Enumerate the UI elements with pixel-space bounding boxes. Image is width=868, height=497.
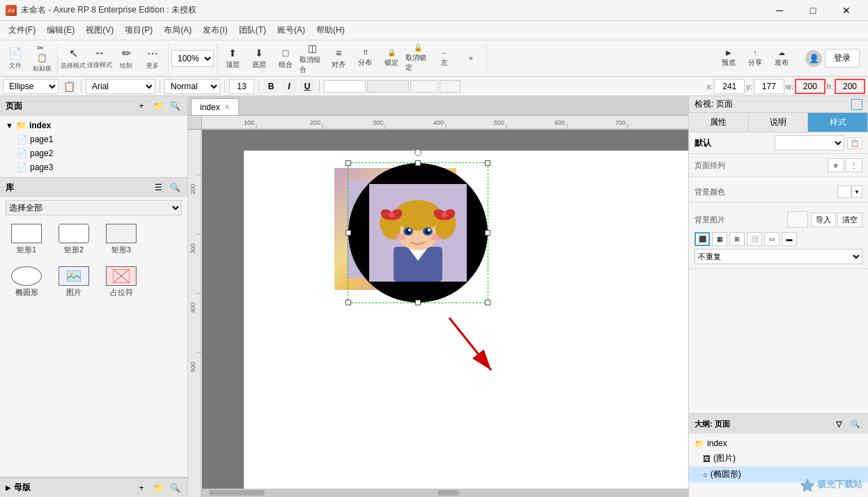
tab-properties[interactable]: 属性 [689,113,749,132]
font-copy-btn[interactable]: 📋 [61,79,77,94]
masters-add-btn[interactable]: + [134,481,148,495]
toolbar-distribute-btn[interactable]: ⠿ 分布 [352,45,378,72]
masters-folder-btn[interactable]: 📁 [151,481,165,495]
bg-repeat-select[interactable]: 不重复 [695,249,862,264]
line-style-control[interactable] [440,80,460,93]
handle-ml[interactable] [346,230,351,236]
canvas-workspace[interactable]: 100 200 300 400 500 600 700 [188,116,688,497]
tab-style[interactable]: 样式 [808,113,868,132]
library-item-placeholder[interactable]: 占位符 [100,263,142,300]
pattern-btn-6[interactable]: ▬ [782,232,797,246]
underline-btn[interactable]: U [300,79,315,94]
toolbar-clipboard-btn[interactable]: ✂📋 粘贴板 [29,45,54,72]
toolbar-share-btn[interactable]: ↑ 分享 [743,45,768,72]
toolbar-unlock-btn[interactable]: 🔓 取消锁定 [405,45,431,72]
x-input[interactable] [714,79,745,94]
layers-search-btn[interactable]: 🔍 [848,417,862,431]
menu-publish[interactable]: 发布(I) [197,22,233,39]
minimize-button[interactable]: ─ [764,0,796,21]
h-scrollbar[interactable] [188,489,688,497]
toolbar-lock-btn[interactable]: 🔒 锁定 [379,45,404,72]
layer-index[interactable]: 📁 index [689,436,868,450]
font-style-select[interactable]: Normal Bold Italic [164,79,220,94]
h-input[interactable] [835,79,865,94]
toolbar-left-btn[interactable]: ← 左 [432,45,457,72]
canvas-scroll-area[interactable] [202,130,688,489]
library-item-ellipse[interactable]: 椭圆形 [6,263,47,300]
canvas-tab-index[interactable]: index ✕ [191,98,239,115]
library-item-rect1[interactable]: 矩形1 [6,221,47,258]
layout-left-btn[interactable]: ⋮ [846,158,862,172]
font-size-input[interactable] [229,79,254,94]
handle-bl[interactable] [346,300,351,305]
style-copy-btn[interactable]: 📋 [847,137,862,149]
default-select[interactable] [775,135,844,151]
menu-help[interactable]: 帮助(H) [311,22,350,39]
menu-view[interactable]: 视图(V) [80,22,119,39]
bold-btn[interactable]: B [263,79,279,94]
layers-filter-btn[interactable]: ▽ [832,417,846,431]
toolbar-bottom-layer-btn[interactable]: ⬇ 底层 [247,45,272,72]
toolbar-group-btn[interactable]: □ 组合 [273,45,298,72]
pattern-btn-3[interactable]: ⊞ [729,232,745,246]
tab-notes[interactable]: 说明 [749,113,809,132]
fill-color-control[interactable] [367,80,409,93]
pages-folder-btn[interactable]: 📁 [151,99,165,113]
menu-account[interactable]: 账号(A) [272,22,311,39]
layout-center-btn[interactable]: ≡ [828,158,844,172]
bg-color-dropdown[interactable]: ▼ [851,185,862,198]
toolbar-ungroup-btn[interactable]: ◫ 取消组合 [300,45,325,72]
handle-bm[interactable] [415,300,421,305]
bg-clear-btn[interactable]: 清空 [837,213,862,227]
library-item-rect3[interactable]: 矩形3 [100,221,142,258]
menu-team[interactable]: 团队(T) [233,22,272,39]
ellipse-element[interactable] [348,163,488,303]
library-menu-btn[interactable]: ☰ [151,181,165,194]
toolbar-top-layer-btn[interactable]: ⬆ 顶层 [220,45,245,72]
maximize-button[interactable]: □ [797,0,829,21]
rotation-handle[interactable] [414,149,421,156]
toolbar-preview-btn[interactable]: ▶ 预览 [716,45,741,72]
toolbar-align-btn[interactable]: ≡ 对齐 [326,45,351,72]
handle-br[interactable] [485,300,490,305]
toolbar-select-mode-btn[interactable]: ↖ 选择模式 [61,45,86,72]
pattern-btn-5[interactable]: ▭ [764,232,780,246]
login-button[interactable]: 登录 [825,49,860,68]
page-tree-item-page1[interactable]: 📄 page1 [0,132,187,146]
shape-type-select[interactable]: Ellipse Rectangle [3,79,59,94]
zoom-select[interactable]: 100% 50% 150% 200% [171,50,214,67]
y-input[interactable] [754,79,784,94]
library-item-image[interactable]: 图片 [53,263,95,300]
library-type-select[interactable]: 选择全部 [6,200,182,215]
menu-edit[interactable]: 编辑(E) [41,22,80,39]
pattern-btn-4[interactable]: ⬜ [747,232,762,246]
pages-search-btn[interactable]: 🔍 [168,99,182,113]
toolbar-draw-btn[interactable]: ✏ 绘制 [114,45,139,72]
toolbar-more-btn[interactable]: ⋯ 更多 [140,45,165,72]
bg-color-box[interactable] [837,185,851,198]
toolbar-file-btn[interactable]: 📄 文件 [3,45,28,72]
library-search-btn[interactable]: 🔍 [168,181,182,194]
italic-btn[interactable]: I [281,79,297,94]
page-tree-item-page2[interactable]: 📄 page2 [0,146,187,160]
menu-project[interactable]: 项目(P) [119,22,158,39]
menu-file[interactable]: 文件(F) [3,22,41,39]
handle-tr[interactable] [485,160,490,166]
pages-add-btn[interactable]: + [134,99,148,113]
handle-mr[interactable] [485,230,490,236]
layer-image[interactable]: 🖼 (图片) [689,450,868,466]
page-tree-item-page3[interactable]: 📄 page3 [0,160,187,174]
w-input[interactable] [795,79,826,94]
menu-layout[interactable]: 布局(A) [158,22,197,39]
text-color-control[interactable] [324,80,366,93]
font-family-select[interactable]: Arial Times New Roman [86,79,155,94]
toolbar-connect-mode-btn[interactable]: ↔ 连接模式 [87,45,112,72]
pattern-btn-1[interactable]: ⬛ [695,232,710,246]
toolbar-more2-btn[interactable]: » [458,45,483,72]
bg-import-btn[interactable]: 导入 [811,213,836,227]
toolbar-publish-btn[interactable]: ☁ 发布 [769,45,794,72]
border-control[interactable] [410,80,438,93]
close-button[interactable]: ✕ [830,0,862,21]
pattern-btn-2[interactable]: ▦ [712,232,727,246]
handle-tl[interactable] [346,160,351,166]
